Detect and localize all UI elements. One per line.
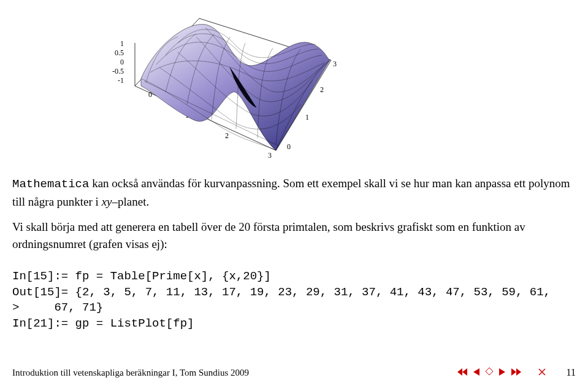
code-line-4: In[21]:= gp = ListPlot[fp]: [12, 317, 194, 330]
y-tick-0: 0: [287, 142, 291, 151]
paragraph-1: Mathematica kan också användas för kurva…: [12, 175, 576, 210]
page-footer: Introduktion till vetenskapliga beräknin…: [12, 365, 576, 380]
svg-marker-6: [516, 368, 521, 376]
y-tick-3: 3: [333, 60, 337, 68]
footer-credit: Introduktion till vetenskapliga beräknin…: [12, 368, 249, 378]
para1-rest: kan också användas för kurvanpassning. S…: [12, 177, 570, 208]
z-tick--0.5: -0.5: [112, 67, 124, 75]
svg-marker-4: [499, 368, 505, 376]
svg-marker-1: [457, 368, 462, 376]
z-tick-1: 1: [120, 39, 124, 48]
nav-icons: [457, 368, 546, 377]
code-line-2: Out[15]= {2, 3, 5, 7, 11, 13, 17, 19, 23…: [12, 285, 551, 299]
page-number: 11: [567, 367, 576, 378]
svg-marker-0: [462, 368, 467, 376]
x-tick-3: 3: [268, 151, 272, 160]
code-block: In[15]:= fp = Table[Prime[x], {x,20}] Ou…: [12, 269, 576, 332]
x-tick-2: 2: [225, 131, 229, 140]
body-text-block: Mathematica kan också användas för kurva…: [12, 175, 576, 252]
svg-marker-2: [473, 368, 479, 376]
surface-svg: 1 0.5 0 -0.5 -1 0 1 2 3 0 1 2 3: [92, 0, 349, 160]
z-tick-0.5: 0.5: [115, 48, 124, 57]
code-line-3: > 67, 71}: [12, 301, 103, 314]
mathematica-keyword: Mathematica: [12, 177, 89, 191]
last-page-icon[interactable]: [511, 368, 521, 377]
diamond-icon[interactable]: [486, 368, 493, 377]
next-page-icon[interactable]: [499, 368, 505, 377]
y-tick-1: 1: [305, 113, 309, 122]
paragraph-2: Vi skall börja med att generera en tabel…: [12, 219, 576, 252]
prev-page-icon[interactable]: [473, 368, 479, 377]
svg-marker-3: [486, 368, 493, 375]
xy-math: xy: [102, 195, 112, 208]
first-page-icon[interactable]: [457, 368, 467, 377]
close-icon[interactable]: [538, 368, 546, 377]
para1-tail: –planet.: [112, 195, 150, 208]
z-tick--1: -1: [118, 76, 124, 85]
y-tick-2: 2: [320, 85, 324, 94]
z-tick-0: 0: [120, 58, 124, 66]
code-line-1: In[15]:= fp = Table[Prime[x], {x,20}]: [12, 269, 271, 283]
svg-marker-5: [511, 368, 516, 376]
surface-3d-plot: 1 0.5 0 -0.5 -1 0 1 2 3 0 1 2 3: [92, 0, 349, 160]
